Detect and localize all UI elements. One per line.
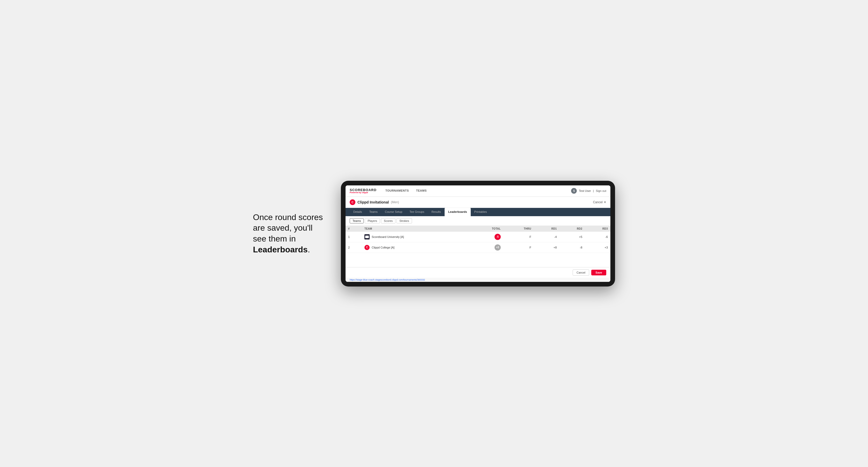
footer-bar: Cancel Save: [345, 267, 610, 278]
status-bar: https://stage-blue-coach.stagescorebord.…: [345, 278, 610, 282]
tab-leaderboards[interactable]: Leaderboards: [444, 208, 471, 216]
tournament-title-area: C Clippd Invitational (Men): [350, 199, 399, 205]
logo-area: SCOREBOARD Powered by clippd: [350, 188, 377, 194]
nav-teams[interactable]: TEAMS: [412, 185, 430, 196]
tournament-cancel[interactable]: Cancel ✕: [593, 200, 606, 204]
row2-total: +3: [470, 242, 503, 253]
powered-by-text: Powered by clippd: [350, 192, 377, 194]
status-url: https://stage-blue-coach.stagescorebord.…: [350, 279, 425, 281]
cancel-label: Cancel: [593, 200, 602, 204]
col-rd3: RD3: [585, 226, 610, 232]
col-total: TOTAL: [470, 226, 503, 232]
tab-tee-groups[interactable]: Tee Groups: [406, 208, 428, 216]
table-row: 2 C Clippd College [A] +3: [345, 242, 610, 253]
row2-score-badge: +3: [495, 244, 501, 251]
cancel-button[interactable]: Cancel: [572, 270, 589, 276]
sign-out-link[interactable]: Sign out: [596, 189, 606, 192]
row2-team-cell: C Clippd College [A]: [365, 245, 467, 250]
tablet-screen: SCOREBOARD Powered by clippd TOURNAMENTS…: [345, 185, 610, 282]
page-wrapper: Once round scores are saved, you'll see …: [253, 181, 615, 286]
top-navigation: SCOREBOARD Powered by clippd TOURNAMENTS…: [345, 185, 610, 197]
user-avatar: S: [571, 188, 577, 194]
row1-rd3: -6: [585, 232, 610, 242]
tablet-device: SCOREBOARD Powered by clippd TOURNAMENTS…: [341, 181, 615, 286]
leaderboard-table: # TEAM TOTAL THRU RD1 RD2 RD3 1: [345, 226, 610, 253]
tournament-name: Clippd Invitational: [358, 200, 389, 204]
description-bold: Leaderboards: [253, 245, 308, 254]
tab-printables[interactable]: Printables: [471, 208, 491, 216]
nav-right: S Test User | Sign out: [571, 188, 606, 194]
row1-thru: F: [503, 232, 534, 242]
row1-team-logo: [365, 234, 370, 240]
table-row: 1 Scoreboard University [A]: [345, 232, 610, 242]
col-thru: THRU: [503, 226, 534, 232]
leaderboard-table-area: # TEAM TOTAL THRU RD1 RD2 RD3 1: [345, 226, 610, 267]
filter-players[interactable]: Players: [365, 218, 380, 223]
tournament-icon: C: [350, 199, 355, 205]
row1-score-badge: -5: [495, 234, 501, 240]
tab-details[interactable]: Details: [350, 208, 366, 216]
cancel-icon: ✕: [604, 200, 606, 204]
left-description: Once round scores are saved, you'll see …: [253, 212, 326, 255]
filter-teams[interactable]: Teams: [350, 218, 364, 223]
row2-score-cell: +3: [472, 244, 501, 251]
row2-team: C Clippd College [A]: [362, 242, 470, 253]
row1-team: Scoreboard University [A]: [362, 232, 470, 242]
user-name: Test User: [579, 189, 591, 192]
col-rank: #: [345, 226, 362, 232]
row2-rd2: -8: [559, 242, 585, 253]
row2-team-name: Clippd College [A]: [372, 246, 395, 249]
row1-total: -5: [470, 232, 503, 242]
col-team: TEAM: [362, 226, 470, 232]
tab-course-setup[interactable]: Course Setup: [381, 208, 406, 216]
row1-team-cell: Scoreboard University [A]: [365, 234, 467, 240]
tournament-header: C Clippd Invitational (Men) Cancel ✕: [345, 197, 610, 208]
description-period: .: [308, 245, 310, 254]
nav-separator: |: [593, 189, 594, 192]
filter-scores[interactable]: Scores: [381, 218, 396, 223]
nav-links: TOURNAMENTS TEAMS: [382, 185, 430, 196]
row2-rank: 2: [345, 242, 362, 253]
filter-strokes[interactable]: Strokes: [397, 218, 412, 223]
sub-tabs: Details Teams Course Setup Tee Groups Re…: [345, 208, 610, 216]
row1-score-cell: -5: [472, 234, 501, 240]
row2-rd1: +8: [534, 242, 559, 253]
row1-rd1: -4: [534, 232, 559, 242]
row2-thru: F: [503, 242, 534, 253]
filter-row: Teams Players Scores Strokes: [345, 216, 610, 226]
row1-team-logo-inner: [365, 236, 369, 238]
tab-teams[interactable]: Teams: [366, 208, 381, 216]
row1-rank: 1: [345, 232, 362, 242]
table-header-row: # TEAM TOTAL THRU RD1 RD2 RD3: [345, 226, 610, 232]
row1-team-name: Scoreboard University [A]: [372, 235, 404, 239]
tournament-gender: (Men): [391, 200, 399, 204]
description-text: Once round scores are saved, you'll see …: [253, 213, 323, 254]
col-rd1: RD1: [534, 226, 559, 232]
nav-tournaments[interactable]: TOURNAMENTS: [382, 185, 412, 196]
save-button[interactable]: Save: [591, 270, 606, 275]
row2-rd3: +3: [585, 242, 610, 253]
tab-results[interactable]: Results: [428, 208, 444, 216]
col-rd2: RD2: [559, 226, 585, 232]
row1-rd2: +5: [559, 232, 585, 242]
row2-team-logo: C: [365, 245, 370, 250]
